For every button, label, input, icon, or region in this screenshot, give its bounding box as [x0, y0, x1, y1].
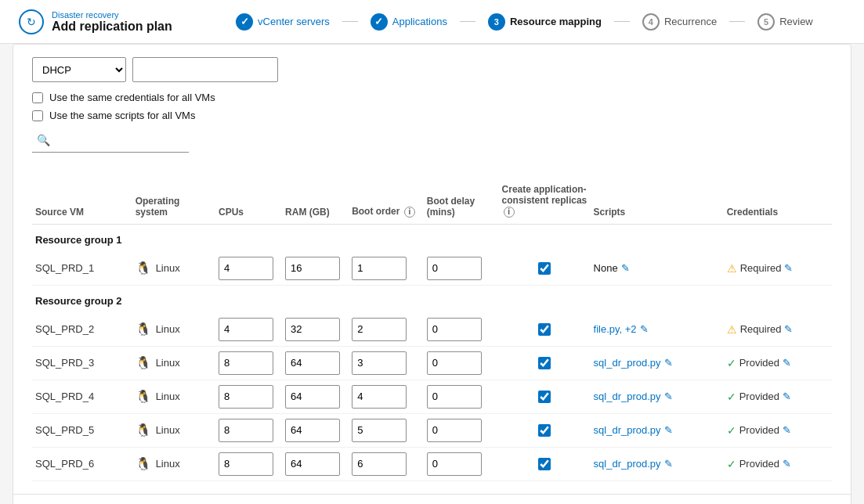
ram-input[interactable] — [285, 419, 340, 442]
script-link[interactable]: sql_dr_prod.py — [594, 357, 661, 369]
boot-order-input[interactable] — [352, 385, 407, 409]
ram-input[interactable] — [285, 351, 340, 375]
boot-delay-input[interactable] — [427, 385, 482, 409]
dhcp-row: DHCP — [32, 57, 832, 82]
cpu-0-0[interactable] — [215, 252, 282, 286]
replica-1-2[interactable] — [499, 380, 591, 413]
boot-order-info-icon[interactable]: i — [404, 207, 415, 218]
replica-checkbox[interactable] — [538, 323, 551, 336]
ram-1-1[interactable] — [282, 346, 349, 380]
boot-delay-input[interactable] — [427, 257, 482, 280]
os-0-0: 🐧Linux — [132, 252, 215, 286]
ram-1-2[interactable] — [282, 380, 349, 413]
script-link[interactable]: sql_dr_prod.py — [594, 424, 661, 436]
ram-1-0[interactable] — [282, 313, 349, 347]
boot-delay-input[interactable] — [427, 452, 482, 476]
boot-delay-1-4[interactable] — [424, 447, 499, 481]
search-input[interactable] — [32, 128, 189, 153]
script-edit-icon[interactable]: ✎ — [640, 323, 649, 335]
step-5-label: Review — [779, 16, 813, 27]
boot-order-1-2[interactable] — [349, 380, 424, 413]
boot-order-input[interactable] — [352, 318, 407, 341]
cred-edit-icon[interactable]: ✎ — [783, 458, 791, 470]
boot-order-0-0[interactable] — [349, 252, 424, 286]
step-resource-mapping[interactable]: 3 Resource mapping — [475, 13, 614, 31]
cpu-input[interactable] — [219, 257, 273, 280]
script-edit-icon[interactable]: ✎ — [664, 357, 673, 369]
ram-1-4[interactable] — [282, 447, 349, 481]
boot-delay-1-2[interactable] — [424, 380, 499, 413]
cpu-input[interactable] — [219, 385, 273, 409]
cpu-1-0[interactable] — [215, 313, 282, 347]
ram-input[interactable] — [285, 318, 340, 341]
same-scripts-row: Use the same scripts for all VMs — [32, 110, 832, 121]
th-boot-order-label: Boot order — [352, 206, 399, 217]
datastores-row[interactable]: Datastores ✅ Mapped ⌄ — [13, 494, 851, 504]
os-label: Linux — [156, 391, 180, 402]
replica-1-4[interactable] — [499, 447, 591, 481]
cred-edit-icon[interactable]: ✎ — [784, 262, 793, 274]
replica-checkbox[interactable] — [538, 458, 551, 470]
step-recurrence[interactable]: 4 Recurrence — [630, 13, 729, 31]
boot-order-input[interactable] — [352, 257, 407, 280]
replica-0-0[interactable] — [499, 252, 591, 286]
ram-1-3[interactable] — [282, 413, 349, 447]
replicas-info-icon[interactable]: i — [504, 207, 515, 218]
step-vcenter-servers[interactable]: ✓ vCenter servers — [223, 13, 342, 31]
replica-1-3[interactable] — [499, 413, 591, 447]
boot-delay-1-1[interactable] — [424, 346, 499, 380]
replica-checkbox[interactable] — [538, 391, 551, 403]
boot-order-input[interactable] — [352, 419, 407, 442]
cred-edit-icon[interactable]: ✎ — [783, 391, 791, 402]
replica-checkbox[interactable] — [538, 424, 551, 437]
cpu-input[interactable] — [219, 452, 273, 476]
script-edit-icon[interactable]: ✎ — [664, 391, 673, 402]
replica-checkbox[interactable] — [538, 262, 551, 275]
boot-delay-0-0[interactable] — [424, 252, 499, 286]
dhcp-select[interactable]: DHCP — [32, 57, 126, 82]
replica-1-0[interactable] — [499, 313, 591, 347]
step-applications[interactable]: ✓ Applications — [358, 13, 460, 31]
cred-edit-icon[interactable]: ✎ — [783, 424, 791, 436]
boot-order-1-0[interactable] — [349, 313, 424, 347]
ram-input[interactable] — [285, 452, 340, 476]
boot-delay-input[interactable] — [427, 351, 482, 375]
cpu-1-4[interactable] — [215, 447, 282, 481]
boot-delay-1-3[interactable] — [424, 413, 499, 447]
script-edit-icon[interactable]: ✎ — [664, 424, 673, 436]
boot-order-input[interactable] — [352, 351, 407, 375]
boot-order-1-4[interactable] — [349, 447, 424, 481]
header-title: Add replication plan — [52, 20, 172, 34]
cpu-1-2[interactable] — [215, 380, 282, 413]
same-scripts-checkbox[interactable] — [32, 110, 43, 121]
boot-order-1-1[interactable] — [349, 346, 424, 380]
cpu-input[interactable] — [219, 351, 273, 375]
cpu-input[interactable] — [219, 419, 273, 442]
cpu-1-3[interactable] — [215, 413, 282, 447]
script-link[interactable]: sql_dr_prod.py — [594, 458, 661, 470]
cred-edit-icon[interactable]: ✎ — [783, 357, 791, 369]
cred-edit-icon[interactable]: ✎ — [784, 323, 793, 335]
script-link[interactable]: sql_dr_prod.py — [594, 391, 661, 402]
ram-0-0[interactable] — [282, 252, 349, 286]
step-review[interactable]: 5 Review — [745, 13, 826, 31]
boot-delay-input[interactable] — [427, 318, 482, 341]
boot-order-1-3[interactable] — [349, 413, 424, 447]
same-credentials-checkbox[interactable] — [32, 92, 43, 103]
replica-checkbox[interactable] — [538, 357, 551, 369]
same-scripts-label: Use the same scripts for all VMs — [49, 110, 195, 121]
script-edit-icon[interactable]: ✎ — [664, 458, 673, 470]
boot-delay-1-0[interactable] — [424, 313, 499, 347]
ram-input[interactable] — [285, 257, 340, 280]
step-3-label: Resource mapping — [510, 16, 602, 27]
cpu-input[interactable] — [219, 318, 273, 341]
boot-delay-input[interactable] — [427, 419, 482, 442]
cpu-1-1[interactable] — [215, 346, 282, 380]
linux-icon: 🐧 — [136, 456, 151, 471]
script-edit-icon[interactable]: ✎ — [621, 262, 630, 274]
ram-input[interactable] — [285, 385, 340, 409]
boot-order-input[interactable] — [352, 452, 407, 476]
replica-1-1[interactable] — [499, 346, 591, 380]
ip-text-input[interactable] — [132, 57, 278, 82]
script-link[interactable]: file.py, +2 — [594, 323, 637, 335]
